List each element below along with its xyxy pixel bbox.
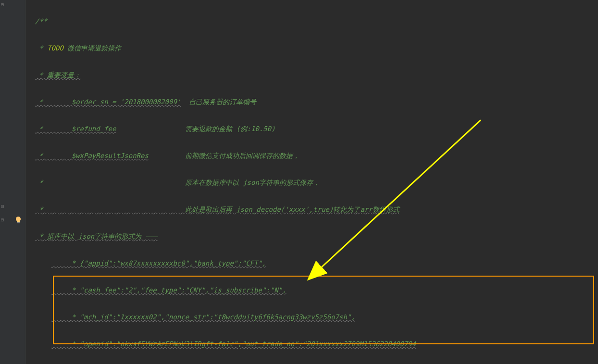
comment-text: * $refund_fee <box>35 125 116 133</box>
svg-rect-0 <box>17 222 20 223</box>
comment-text: 前期微信支付成功后回调保存的数据， <box>149 152 299 159</box>
comment-text: * "cash_fee":"2","fee_type":"CNY","is_su… <box>51 286 287 294</box>
comment-text: * "openid":"okxsf5YWzAzEPNoV3lIRgft-falc… <box>51 340 416 348</box>
comment-text: 微信申请退款操作 <box>63 44 121 52</box>
todo-marker: TODO <box>47 44 63 52</box>
fold-start-icon[interactable]: ⊟ <box>1 2 4 7</box>
comment-text: * 重要变量： <box>35 71 81 79</box>
intention-bulb-icon[interactable] <box>14 216 22 224</box>
comment-text: * 此处是取出后再 json_decode('xxxx',true)转化为了ar… <box>35 206 399 213</box>
comment-text: * 原本在数据库中以 json字符串的形式保存， <box>35 179 320 186</box>
fold-end-icon[interactable]: ⊟ <box>1 204 4 209</box>
code-editor[interactable]: /** * TODO 微信申请退款操作 * 重要变量： * $order_sn … <box>25 0 598 364</box>
comment-text: * "mch_id":"1xxxxxx02","nonce_str":"t8wc… <box>51 313 355 321</box>
comment-text: * {"appid":"wx87xxxxxxxxxbc0","bank_type… <box>51 259 266 267</box>
comment-text: * $wxPayResultJsonRes <box>35 152 149 159</box>
editor-gutter: ⊟ ⊟ ⊟ <box>0 0 25 364</box>
comment-block-start: /** <box>35 17 47 25</box>
comment-text: 自己服务器的订单编号 <box>181 98 256 106</box>
fold-fn-icon[interactable]: ⊟ <box>1 217 4 222</box>
comment-text: 需要退款的金额 (例:10.50) <box>116 125 275 133</box>
comment-text: * $order_sn = '2018000082009' <box>35 98 181 106</box>
comment-text: * 据库中以 json字符串的形式为 ——— <box>35 232 158 240</box>
